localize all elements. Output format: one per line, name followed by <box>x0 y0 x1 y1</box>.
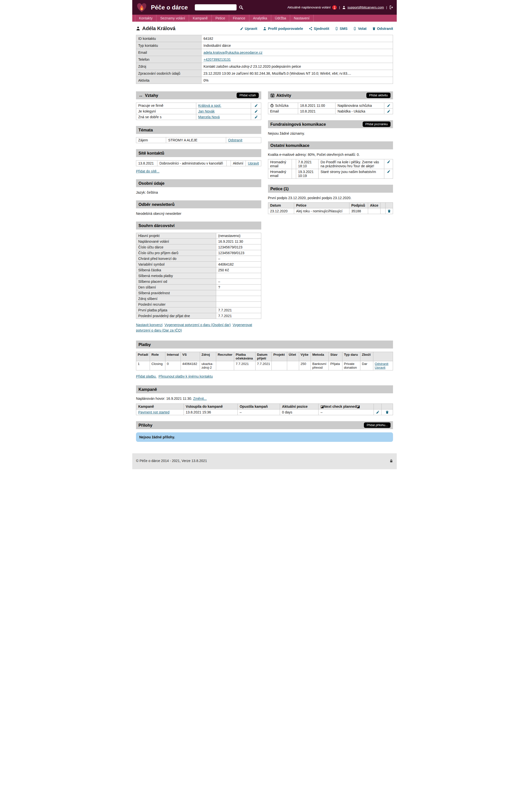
move-payments-link[interactable]: Přesunout platby k jinému kontaktu <box>158 374 213 378</box>
edit-payment-link[interactable]: Upravit <box>375 366 391 369</box>
relation-link[interactable]: Marcela Nová <box>198 115 220 119</box>
petition-summary-text: První podpis 23.12.2020, poslední podpis… <box>268 196 393 200</box>
nav-item-kontakty[interactable]: Kontakty <box>135 15 156 21</box>
nav-item-petice[interactable]: Petice <box>212 15 229 21</box>
add-relation-button[interactable]: Přidat vztah <box>237 92 258 98</box>
delete-payment-link[interactable]: Odstranit <box>375 362 391 366</box>
table-header-row: Kampaně Vstoupila do kampaně Opustila ka… <box>136 404 393 409</box>
section-header-petice: Petice (1) <box>268 185 393 193</box>
edit-network-link[interactable]: Upravit <box>248 161 259 165</box>
top-bar: Péče o dárce Aktuálně naplánovaná volání… <box>132 0 397 15</box>
remove-topic-link[interactable]: Odstranit <box>228 138 242 142</box>
campaigns-table: Kampaně Vstoupila do kampaně Opustila ka… <box>136 404 393 415</box>
logout-icon[interactable] <box>389 5 393 9</box>
add-to-network-link[interactable]: Přidat do sítě... <box>136 169 159 173</box>
table-row: Číslo účtu dárce12345679/0123 <box>136 244 261 250</box>
mobile-phone-icon <box>353 27 356 30</box>
add-activity-button[interactable]: Přidat aktivitu <box>366 92 390 98</box>
add-note-button[interactable]: Přidat poznánku <box>363 121 390 127</box>
clock-icon <box>270 104 274 107</box>
page-footer: © Péče o dárce 2014 - 2021, Verze 13.8.2… <box>132 453 397 469</box>
networks-table: 13.8.2021 Dobrovolníci - administrativou… <box>136 160 261 166</box>
relations-arrow-icon: ↔ <box>139 93 143 98</box>
main-nav: Kontakty Seznamy volání Kampaně Petice F… <box>132 15 397 21</box>
pencil-icon <box>240 27 243 30</box>
donation-summary-table: Hlavní projekt(nenastaveno) Naplánované … <box>136 233 261 319</box>
add-attachment-button[interactable]: Přidat přílohu... <box>364 422 390 428</box>
relations-table: Pracuje ve firmě Králová a spol. Je kole… <box>136 103 261 120</box>
contact-phone-link[interactable]: +4207399213131 <box>203 58 231 61</box>
pencil-icon[interactable] <box>386 104 391 107</box>
pencil-icon[interactable] <box>253 115 259 119</box>
table-row: 1 Closing 0 44064182 ukazka-zdroj-2 7.7.… <box>136 361 393 371</box>
merge-contact-button[interactable]: Sjednotit <box>309 27 329 31</box>
table-row: Zájem STROMY A ALEJE Odstranit <box>136 137 261 143</box>
email-quality-text: Kvalita e-mailové adresy: 80%, Počet ote… <box>268 153 393 157</box>
edit-contact-button[interactable]: Upravit <box>240 27 257 31</box>
nav-item-udrzba[interactable]: Údržba <box>271 15 290 21</box>
person-icon <box>263 27 267 30</box>
call-button[interactable]: Volat <box>353 27 366 31</box>
trash-icon[interactable] <box>384 410 391 414</box>
table-row: ID kontaktu64182 <box>136 35 393 42</box>
topics-table: Zájem STROMY A ALEJE Odstranit <box>136 137 261 143</box>
trash-icon <box>372 27 375 30</box>
contact-info-table: ID kontaktu64182 Typ kontaktuIndividuáln… <box>136 35 393 84</box>
table-row: Telefon+4207399213131 <box>136 56 393 63</box>
table-row: Je kolegyní Jan Novák <box>136 108 261 114</box>
nav-item-finance[interactable]: Finance <box>229 15 249 21</box>
table-row: Slíbeno placení od– <box>136 279 261 285</box>
table-row: Pracuje ve firmě Králová a spol. <box>136 103 261 108</box>
section-header-osobni-udaje: Osobní údaje <box>136 179 261 187</box>
table-row: Den slíbení? <box>136 285 261 290</box>
contact-source-value: Kontakt založen ukazka-zdroj-2 23.12.202… <box>201 63 393 70</box>
table-row: Slíbená metoda platby <box>136 273 261 279</box>
table-row: Hromadný email 7.8.2021 18:10 Do Poodří … <box>268 159 393 169</box>
payments-table: Pořadí Role Interval VS Zdroj Recruiter … <box>136 352 393 371</box>
table-row: Variabilní symbol44064182 <box>136 262 261 267</box>
change-call-link[interactable]: Změnit... <box>193 396 206 401</box>
add-payment-link[interactable]: Přidat platbu. <box>136 374 157 378</box>
delete-contact-button[interactable]: Odstranit <box>372 27 393 31</box>
campaign-link[interactable]: Payment not started <box>138 410 169 414</box>
search-input[interactable] <box>195 4 237 11</box>
user-email-link[interactable]: support@bitcarvers.com <box>347 5 384 9</box>
nav-item-nastaveni[interactable]: Nastavení <box>290 15 314 21</box>
table-row: Poslední recruiter <box>136 302 261 307</box>
pencil-icon[interactable] <box>376 410 379 414</box>
trash-icon[interactable] <box>387 209 391 213</box>
relation-link[interactable]: Králová a spol. <box>198 104 221 107</box>
nav-item-analytika[interactable]: Analytika <box>249 15 271 21</box>
section-header-prilohy: Přílohy Přidat přílohu... <box>136 421 393 429</box>
section-header-aktivity: Aktivity Přidat aktivitu <box>268 91 393 99</box>
petitions-table: Datum Petice Podpisů Akce 23.12.2020 Ale… <box>268 202 393 214</box>
supporter-profile-button[interactable]: Profil podporovatele <box>263 27 303 31</box>
planned-calls-count-badge[interactable]: 1 <box>332 5 337 10</box>
pencil-icon[interactable] <box>386 110 391 113</box>
table-row: 23.12.2020 Alej roku - nominující/hlasuj… <box>268 208 393 214</box>
section-header-kampane: Kampaně <box>136 385 393 393</box>
set-conversion-link[interactable]: Nastavit konverzi <box>136 323 163 327</box>
nav-item-seznamy-volani[interactable]: Seznamy volání <box>156 15 189 21</box>
table-row: Payment not started 13.8.2021 15:36 – 0 … <box>136 409 393 415</box>
contact-type-value: Individuální dárce <box>201 42 393 49</box>
pencil-icon[interactable] <box>253 104 259 107</box>
pencil-icon[interactable] <box>386 170 391 173</box>
sms-button[interactable]: SMS <box>335 27 347 31</box>
pencil-icon[interactable] <box>386 160 391 163</box>
table-row: Zdroj slíbení <box>136 296 261 302</box>
nav-item-kampane[interactable]: Kampaně <box>189 15 212 21</box>
contact-id-value: 64182 <box>201 35 393 42</box>
table-row: ZdrojKontakt založen ukazka-zdroj-2 23.1… <box>136 63 393 70</box>
search-icon[interactable] <box>239 5 243 10</box>
table-row: Zpracování osobních údajů23.12.2020 13:0… <box>136 70 393 77</box>
contact-email-link[interactable]: adela.kralova@ukazka.peceodarce.cz <box>203 50 262 55</box>
pencil-icon[interactable] <box>253 110 259 113</box>
gdpr-value: 23.12.2020 13:00 ze zařízení 80.92.244.3… <box>201 70 393 77</box>
table-row: Poslední pravidelný dar přijat dne7.7.20… <box>136 313 261 319</box>
relation-link[interactable]: Jan Novák <box>198 109 215 113</box>
generate-receipt-personal-link[interactable]: Vygenerovat potvrzení o daru (Osobní dar… <box>165 323 231 327</box>
table-row: Číslo účtu pro příjem darů123456789/0123 <box>136 250 261 256</box>
section-header-ostatni-komunikace: Ostatní komunikace <box>268 141 393 149</box>
table-row: Chránit před konverzí do– <box>136 256 261 262</box>
